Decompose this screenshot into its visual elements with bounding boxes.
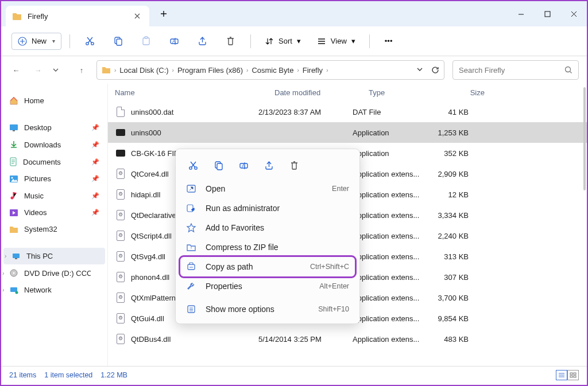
context-menu-item[interactable]: Add to Favorites xyxy=(180,218,355,237)
zip-icon xyxy=(186,242,198,252)
large-icons-view-icon[interactable] xyxy=(567,370,579,380)
up-button[interactable]: ↑ xyxy=(75,66,88,75)
file-name: QtCore4.dll xyxy=(131,170,169,178)
view-button[interactable]: View ▾ xyxy=(311,33,361,49)
context-menu-item[interactable]: PropertiesAlt+Enter xyxy=(180,276,355,296)
delete-icon[interactable] xyxy=(219,32,242,50)
breadcrumb-segment[interactable]: Cosmic Byte xyxy=(252,66,293,75)
window-tab[interactable]: Firefly xyxy=(6,6,149,26)
sidebar-item-system32[interactable]: System32 xyxy=(1,221,107,237)
share-icon[interactable] xyxy=(191,32,214,50)
file-size: 2,909 KB xyxy=(427,170,478,178)
svg-point-15 xyxy=(11,177,13,178)
copy-icon[interactable] xyxy=(106,32,130,50)
svg-rect-26 xyxy=(570,376,572,377)
column-date[interactable]: Date modified xyxy=(274,88,369,97)
sidebar-dvd-drive[interactable]: ›DVD Drive (D:) CCC xyxy=(1,264,107,282)
column-name[interactable]: Name xyxy=(115,88,274,97)
file-row[interactable]: QtDBus4.dll5/14/2014 3:25 PMApplication … xyxy=(108,329,587,349)
context-menu-shortcut: Alt+Enter xyxy=(319,282,349,290)
sidebar-item-downloads[interactable]: Downloads📌 xyxy=(1,136,107,153)
sort-button[interactable]: Sort ▾ xyxy=(259,33,307,49)
status-selected-count: 1 item selected xyxy=(44,371,92,379)
file-row[interactable]: unins000Application1,253 KB xyxy=(108,122,587,143)
sidebar-item-desktop[interactable]: Desktop📌 xyxy=(1,119,107,136)
svg-rect-24 xyxy=(570,373,572,375)
share-icon[interactable] xyxy=(261,157,277,173)
more-icon[interactable]: ••• xyxy=(378,32,400,50)
breadcrumb-segment[interactable]: Firefly xyxy=(303,66,323,75)
refresh-icon[interactable] xyxy=(431,66,439,74)
context-menu-item[interactable]: Show more optionsShift+F10 xyxy=(180,299,355,319)
folder-icon xyxy=(13,12,22,20)
svg-rect-6 xyxy=(143,38,149,45)
minimize-button[interactable] xyxy=(508,3,534,24)
file-row[interactable]: unins000.dat2/13/2023 8:37 AMDAT File41 … xyxy=(108,102,587,122)
close-window-button[interactable] xyxy=(560,3,587,24)
status-item-count: 21 items xyxy=(9,371,36,379)
context-menu-item[interactable]: OpenEnter xyxy=(180,179,355,198)
file-size: 313 KB xyxy=(427,252,478,261)
breadcrumb-segment[interactable]: Local Disk (C:) xyxy=(119,66,168,75)
file-type: Application extens... xyxy=(353,314,427,323)
back-button[interactable]: ← xyxy=(9,66,23,75)
cut-icon[interactable] xyxy=(78,32,102,50)
view-label: View xyxy=(331,37,347,45)
pin-icon: 📌 xyxy=(91,175,99,182)
cut-icon[interactable] xyxy=(185,157,201,173)
copy-icon[interactable] xyxy=(210,157,226,173)
sidebar-home[interactable]: Home xyxy=(1,92,107,109)
delete-icon[interactable] xyxy=(286,157,302,173)
file-name: QtDeclarative xyxy=(131,211,176,220)
close-tab-icon[interactable] xyxy=(134,13,142,19)
maximize-button[interactable] xyxy=(534,3,560,24)
rename-icon[interactable]: A xyxy=(163,32,186,50)
chevron-right-icon[interactable]: › xyxy=(2,287,4,293)
context-menu-quick-actions: A xyxy=(180,154,355,179)
context-menu-shortcut: Ctrl+Shift+C xyxy=(310,263,349,271)
context-menu-item[interactable]: Compress to ZIP file xyxy=(180,237,355,257)
chevron-right-icon[interactable]: › xyxy=(5,253,6,259)
chevron-down-icon[interactable] xyxy=(416,66,423,74)
scrollbar[interactable] xyxy=(583,87,586,190)
sidebar-this-pc[interactable]: ›This PC xyxy=(3,248,105,264)
search-input[interactable] xyxy=(459,66,560,75)
context-menu: A OpenEnterRun as administratorAdd to Fa… xyxy=(175,149,360,324)
chevron-down-icon: ▾ xyxy=(297,37,301,45)
file-type: Application extens... xyxy=(353,335,427,344)
separator xyxy=(250,34,251,48)
context-menu-item[interactable]: Copy as pathCtrl+Shift+C xyxy=(180,257,355,276)
context-menu-item[interactable]: Run as administrator xyxy=(180,198,355,218)
file-type: Application extens... xyxy=(353,273,427,282)
new-button[interactable]: New ▾ xyxy=(11,33,61,50)
file-type: Application extens... xyxy=(353,294,427,302)
search-box[interactable] xyxy=(452,60,579,80)
file-icon xyxy=(115,189,126,200)
column-headers: Name Date modified Type Size xyxy=(108,84,587,102)
file-date: 2/13/2023 8:37 AM xyxy=(258,108,353,116)
context-menu-label: Compress to ZIP file xyxy=(206,243,341,252)
column-size[interactable]: Size xyxy=(443,88,494,97)
file-name: QtGui4.dll xyxy=(131,314,164,323)
sidebar-item-documents[interactable]: Documents📌 xyxy=(1,153,107,170)
toolbar: New ▾ A Sort ▾ View ▾ ••• xyxy=(1,26,587,56)
sidebar-network[interactable]: ›Network xyxy=(1,282,107,298)
sidebar-item-videos[interactable]: Videos📌 xyxy=(1,204,107,221)
rename-icon[interactable]: A xyxy=(235,157,252,173)
breadcrumb[interactable]: › Local Disk (C:)› Program Files (x86)› … xyxy=(96,60,444,80)
column-type[interactable]: Type xyxy=(369,88,443,97)
breadcrumb-segment[interactable]: Program Files (x86) xyxy=(177,66,243,75)
context-menu-label: Open xyxy=(206,184,324,193)
sidebar-item-pictures[interactable]: Pictures📌 xyxy=(1,170,107,187)
chevron-right-icon[interactable]: › xyxy=(2,270,4,276)
recent-locations-icon[interactable] xyxy=(53,67,67,73)
file-name: QtScript4.dll xyxy=(131,232,172,240)
file-name: unins000.dat xyxy=(131,108,173,116)
svg-rect-5 xyxy=(117,39,122,45)
file-type: Application extens... xyxy=(353,170,427,178)
details-view-icon[interactable] xyxy=(556,370,567,380)
sidebar-item-music[interactable]: Music📌 xyxy=(1,187,107,204)
new-tab-icon[interactable] xyxy=(160,10,168,18)
search-icon[interactable] xyxy=(564,66,572,74)
view-toggle[interactable] xyxy=(556,370,579,380)
